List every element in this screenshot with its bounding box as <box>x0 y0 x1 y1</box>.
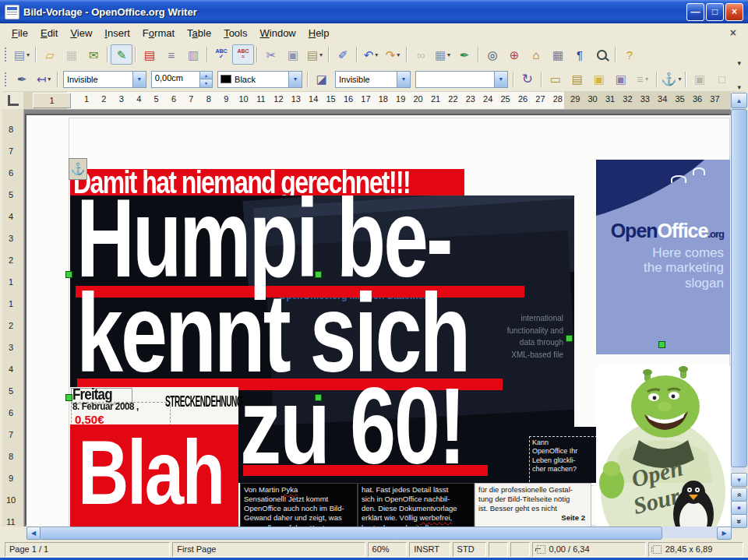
save-button[interactable]: ▦ <box>61 44 83 65</box>
find-replace-button[interactable]: ◎ <box>482 44 503 65</box>
stepper-buttons[interactable]: ▴ ▾ <box>199 72 212 87</box>
horizontal-scrollbar-thumb[interactable] <box>39 527 662 540</box>
toolbar-grip[interactable] <box>4 47 8 62</box>
email-button[interactable]: ✉ <box>83 44 104 65</box>
line-color-select[interactable]: Black ▾ <box>217 71 302 88</box>
insert-mode-field[interactable]: INSRT <box>409 542 450 557</box>
question-box[interactable]: Kann OpenOffice Ihr Leben glückli- cher … <box>529 436 598 486</box>
menu-window[interactable]: Window <box>254 25 302 41</box>
object-position-field[interactable]: 0,00 / 6,34 <box>532 542 646 557</box>
previous-page-button[interactable]: » <box>731 488 747 502</box>
menu-view[interactable]: View <box>64 25 98 41</box>
title-bar[interactable]: Bild-Vorlage - OpenOffice.org Writer — □… <box>0 0 748 23</box>
close-document-icon[interactable]: × <box>724 26 743 39</box>
navigation-button[interactable]: ● <box>731 501 747 515</box>
ruler-corner[interactable] <box>2 91 23 109</box>
arrow-style-button[interactable]: ↤▾ <box>33 69 55 90</box>
close-button[interactable]: × <box>725 3 743 21</box>
change-anchor-button[interactable]: ⚓▾ <box>660 69 683 90</box>
undo-button[interactable]: ↶▾ <box>360 44 382 65</box>
cut-button[interactable]: ✂ <box>260 44 282 65</box>
article-column-3[interactable]: für die professionelle Gestal- tung der … <box>475 483 591 527</box>
selection-mode-field[interactable]: STD <box>453 542 486 557</box>
fill-style-select[interactable]: Invisible ▾ <box>335 71 411 88</box>
page-preview-button[interactable]: ▥ <box>182 44 204 65</box>
line-width-stepper[interactable]: 0,00cm ▴ ▾ <box>151 71 213 88</box>
selection-handle[interactable] <box>658 341 665 348</box>
format-paintbrush-button[interactable]: ✐ <box>332 44 354 65</box>
wrap-off-button[interactable]: ▭ <box>545 69 566 90</box>
line-style-select[interactable]: Invisible ▾ <box>63 71 146 88</box>
document-page[interactable]: ⚓ Damit hat niemand gerechnet!!! OpenOff… <box>26 115 731 527</box>
shrek-image[interactable]: Open Source <box>596 366 730 527</box>
bring-to-front-button[interactable]: ▣ <box>588 69 610 90</box>
gallery-button[interactable]: ⌂ <box>525 44 547 65</box>
selection-handle[interactable] <box>65 394 72 401</box>
copy-button[interactable]: ▣ <box>282 44 304 65</box>
menu-table[interactable]: Table <box>181 25 217 41</box>
print-button[interactable]: ≡ <box>161 44 182 65</box>
next-page-button[interactable]: » <box>731 514 747 528</box>
menu-tools[interactable]: Tools <box>217 25 253 41</box>
toolbar-overflow-icon[interactable]: ▾ <box>732 83 746 91</box>
dropdown-icon[interactable]: ▾ <box>397 72 410 87</box>
paste-button[interactable]: ▤▾ <box>304 44 326 65</box>
menu-insert[interactable]: Insert <box>98 25 136 41</box>
data-sources-button[interactable]: ▦ <box>547 44 569 65</box>
help-button[interactable]: ? <box>619 44 640 65</box>
export-pdf-button[interactable]: ▤ <box>139 44 161 65</box>
menu-format[interactable]: Format <box>136 25 181 41</box>
horizontal-ruler[interactable]: 1 12345678910111213141516171819202122232… <box>23 91 731 110</box>
top-banner[interactable]: Damit hat niemand gerechnet!!! <box>70 169 464 195</box>
draw-functions-button[interactable]: ✒ <box>453 44 475 65</box>
group-button[interactable]: ▣ <box>689 69 711 90</box>
menu-file[interactable]: File <box>5 25 34 41</box>
selection-handle[interactable] <box>566 335 573 342</box>
hyperlink-mode-field[interactable] <box>489 542 508 557</box>
fill-color-select[interactable]: ▾ <box>415 71 508 88</box>
blah-block[interactable]: Blah <box>70 424 238 527</box>
doc-modified-field[interactable] <box>510 542 530 557</box>
spellcheck-button[interactable]: ABC ✓ <box>210 44 232 65</box>
dropdown-icon[interactable]: ▾ <box>288 72 302 87</box>
page-style-field[interactable]: First Page <box>172 542 365 557</box>
hyperlink-button[interactable]: ∞ <box>410 44 432 65</box>
zoom-button[interactable] <box>591 44 612 65</box>
selection-handle[interactable] <box>315 271 322 278</box>
send-to-back-button[interactable]: ▣ <box>610 69 632 90</box>
area-style-button[interactable]: ◪ <box>311 69 333 90</box>
nonprinting-characters-button[interactable]: ¶ <box>569 44 591 65</box>
edit-file-button[interactable]: ✎ <box>111 44 132 65</box>
vertical-ruler[interactable]: 876543211234567891011 <box>2 109 24 527</box>
maximize-button[interactable]: □ <box>706 3 724 21</box>
dropdown-icon[interactable]: ▾ <box>132 72 146 87</box>
selection-handle[interactable] <box>65 271 72 278</box>
article-column-1[interactable]: Von Martin PykaSensationell! Jetzt kommt… <box>240 483 358 527</box>
page-number-field[interactable]: Page 1 / 1 <box>5 542 170 557</box>
minimize-button[interactable]: — <box>686 3 704 21</box>
article-column-2[interactable]: hat. Fast jedes Detail lässt sich in Ope… <box>358 483 475 527</box>
line-attributes-button[interactable]: ✒ <box>11 69 33 90</box>
selection-handle[interactable] <box>315 394 322 401</box>
vertical-scrollbar-thumb[interactable] <box>731 109 747 467</box>
spin-up-icon[interactable]: ▴ <box>200 72 212 79</box>
rotate-button[interactable]: ↻ <box>517 69 538 90</box>
scroll-left-button[interactable]: ◀ <box>26 527 41 540</box>
toolbar-grip[interactable] <box>4 72 8 87</box>
toolbar-overflow-icon[interactable]: ▾ <box>732 59 746 67</box>
autospellcheck-button[interactable]: ABC ≈ <box>232 44 254 65</box>
dropdown-icon[interactable]: ▾ <box>494 72 507 87</box>
object-size-field[interactable]: 28,45 x 6,89 <box>648 542 743 557</box>
scroll-down-button[interactable]: ▼ <box>731 473 747 487</box>
openoffice-ad-image[interactable]: OpenOffice.org Here comes the marketing … <box>596 160 730 354</box>
menu-edit[interactable]: Edit <box>34 25 64 41</box>
open-button[interactable]: ▱ <box>39 44 61 65</box>
wrap-on-button[interactable]: ▤ <box>566 69 588 90</box>
ungroup-button[interactable]: □ <box>711 69 732 90</box>
document-canvas[interactable]: ⚓ Damit hat niemand gerechnet!!! OpenOff… <box>23 109 731 527</box>
navigator-button[interactable]: ⊕ <box>503 44 525 65</box>
scroll-up-button[interactable]: ▲ <box>731 93 747 108</box>
new-document-button[interactable]: ▤▾ <box>11 44 33 65</box>
menu-help[interactable]: Help <box>302 25 336 41</box>
spin-down-icon[interactable]: ▾ <box>200 79 212 87</box>
